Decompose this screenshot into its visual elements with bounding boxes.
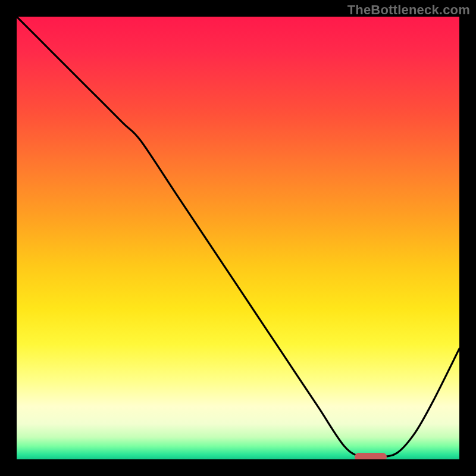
watermark-text: TheBottleneck.com	[347, 2, 470, 18]
plot-area	[17, 17, 459, 459]
bottleneck-curve	[17, 17, 459, 459]
chart-frame: TheBottleneck.com	[0, 0, 476, 476]
optimal-marker	[355, 453, 387, 459]
